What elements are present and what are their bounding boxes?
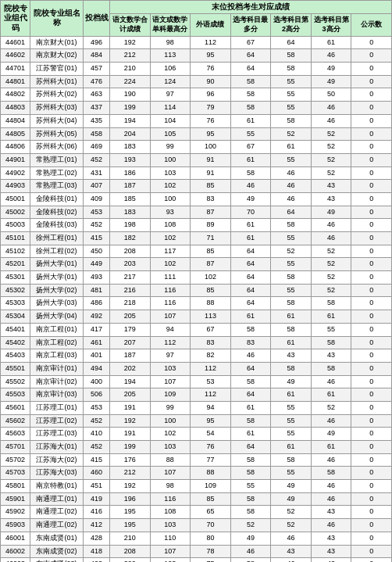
table-cell: 扬州大学(02) — [30, 284, 84, 297]
table-cell: 107 — [150, 467, 191, 480]
table-cell: 88 — [150, 453, 191, 467]
table-cell: 183 — [110, 206, 151, 219]
table-cell: 0 — [351, 480, 392, 493]
table-row: 46002东南成贤(02)418208107784643430 — [1, 545, 392, 558]
table-cell: 0 — [351, 114, 392, 127]
table-cell: 49 — [230, 192, 271, 206]
table-cell: 金陵科技(02) — [30, 206, 84, 219]
table-cell: 52 — [230, 519, 271, 532]
table-cell: 44902 — [1, 166, 30, 180]
table-cell: 107 — [150, 375, 191, 388]
table-cell: 176 — [110, 453, 151, 467]
table-cell: 南京审计(03) — [30, 388, 84, 402]
table-cell: 0 — [351, 545, 392, 558]
table-cell: 112 — [191, 388, 231, 402]
table-cell: 113 — [150, 49, 191, 63]
table-cell: 46 — [271, 532, 312, 545]
table-cell: 409 — [84, 192, 110, 206]
table-row: 45303扬州大学(03)486218116886458580 — [1, 297, 392, 310]
table-cell: 64 — [230, 388, 271, 402]
table-cell: 46 — [230, 545, 271, 558]
table-cell: 97 — [150, 349, 191, 363]
table-cell: 191 — [110, 428, 151, 441]
table-row: 45701江苏海大(01)452199103766461610 — [1, 441, 392, 454]
table-cell: 65 — [191, 506, 231, 519]
table-cell: 64 — [230, 284, 271, 297]
table-row: 44805苏州科大(05)458204105955552520 — [1, 127, 392, 141]
table-row: 45102徐州工程(02)450208117856452520 — [1, 245, 392, 258]
table-cell: 451 — [84, 480, 110, 493]
table-cell: 南京工程(03) — [30, 349, 84, 363]
table-cell: 55 — [271, 284, 312, 297]
table-cell: 0 — [351, 532, 392, 545]
table-row: 46001东南成贤(01)428210110804946430 — [1, 532, 392, 545]
table-cell: 55 — [271, 153, 312, 166]
table-cell: 46 — [311, 49, 351, 63]
table-cell: 50 — [311, 88, 351, 102]
table-cell: 58 — [271, 63, 312, 76]
table-cell: 88 — [191, 467, 231, 480]
table-cell: 486 — [84, 297, 110, 310]
table-cell: 49 — [271, 492, 312, 506]
table-cell: 61 — [311, 388, 351, 402]
table-cell: 0 — [351, 349, 392, 363]
header-subject2: 选考科目第2高分 — [271, 14, 312, 36]
table-cell: 0 — [351, 336, 392, 349]
table-cell: 407 — [84, 180, 110, 193]
table-row: 45603江苏理工(03)410191102546155490 — [1, 428, 392, 441]
table-cell: 83 — [191, 192, 231, 206]
table-cell: 89 — [191, 219, 231, 232]
table-cell: 55 — [271, 467, 312, 480]
table-cell: 0 — [351, 219, 392, 232]
table-cell: 108 — [150, 506, 191, 519]
table-cell: 506 — [84, 388, 110, 402]
header-public: 公示数 — [351, 14, 392, 36]
table-cell: 457 — [84, 63, 110, 76]
table-cell: 58 — [311, 467, 351, 480]
table-cell: 江苏理工(03) — [30, 428, 84, 441]
table-cell: 198 — [110, 219, 151, 232]
table-cell: 0 — [351, 297, 392, 310]
table-cell: 58 — [271, 453, 312, 467]
table-cell: 46 — [271, 180, 312, 193]
table-cell: 南京审计(02) — [30, 375, 84, 388]
table-cell: 437 — [84, 102, 110, 115]
table-cell: 58 — [230, 558, 271, 562]
table-cell: 85 — [191, 180, 231, 193]
table-cell: 0 — [351, 492, 392, 506]
table-cell: 南京工程(02) — [30, 336, 84, 349]
table-cell: 43 — [271, 545, 312, 558]
table-cell: 52 — [311, 401, 351, 414]
table-cell: 64 — [230, 63, 271, 76]
table-cell: 52 — [311, 258, 351, 271]
table-cell: 192 — [110, 36, 151, 49]
table-cell: 186 — [110, 166, 151, 180]
table-cell: 0 — [351, 506, 392, 519]
table-cell: 179 — [110, 323, 151, 336]
table-cell: 61 — [230, 232, 271, 245]
table-cell: 428 — [84, 532, 110, 545]
table-cell: 476 — [84, 75, 110, 88]
table-cell: 45402 — [1, 336, 30, 349]
table-cell: 216 — [110, 284, 151, 297]
table-cell: 207 — [110, 336, 151, 349]
table-cell: 100 — [150, 192, 191, 206]
table-cell: 53 — [191, 375, 231, 388]
table-cell: 0 — [351, 558, 392, 562]
table-cell: 64 — [230, 362, 271, 375]
table-cell: 0 — [351, 388, 392, 402]
table-cell: 江苏海大(02) — [30, 453, 84, 467]
table-cell: 43 — [311, 192, 351, 206]
table-cell: 45101 — [1, 232, 30, 245]
header-lang-math: 语文数学合计成绩 — [110, 14, 151, 36]
table-cell: 55 — [230, 480, 271, 493]
table-cell: 58 — [271, 219, 312, 232]
table-cell: 46 — [311, 414, 351, 428]
table-cell: 扬州大学(01) — [30, 271, 84, 285]
table-cell: 95 — [191, 414, 231, 428]
table-cell: 0 — [351, 375, 392, 388]
table-cell: 43 — [311, 558, 351, 562]
table-cell: 103 — [150, 558, 191, 562]
table-cell: 112 — [191, 36, 231, 49]
table-cell: 200 — [110, 558, 151, 562]
